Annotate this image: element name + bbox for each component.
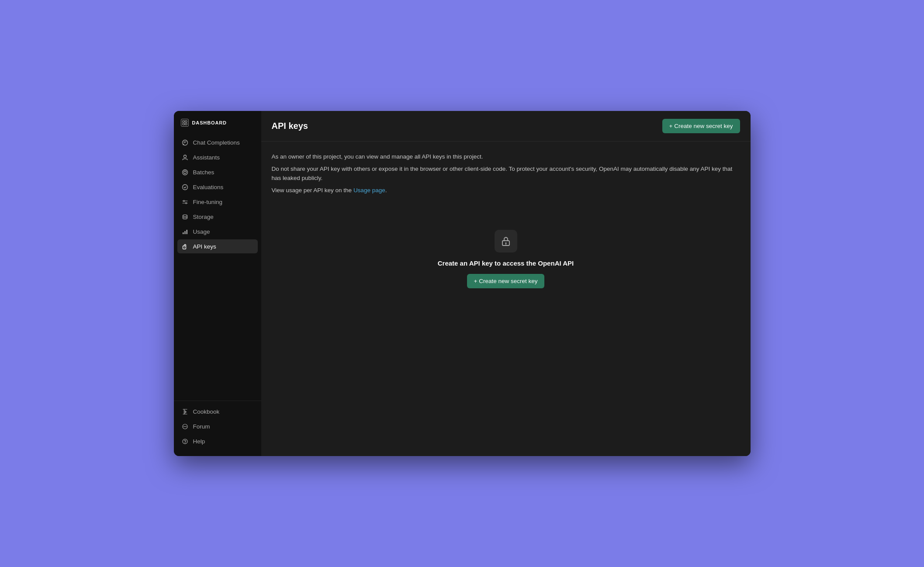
svg-point-8	[183, 184, 188, 190]
description-usage-suffix: .	[385, 187, 387, 194]
svg-point-16	[184, 247, 185, 248]
empty-state-title: Create an API key to access the OpenAI A…	[438, 259, 574, 267]
sidebar-item-assistants[interactable]: Assistants	[177, 150, 258, 164]
description-usage: View usage per API key on the Usage page…	[272, 186, 740, 195]
storage-icon	[182, 213, 189, 220]
page-title: API keys	[272, 121, 308, 131]
sidebar-header-label: DASHBOARD	[192, 120, 227, 125]
svg-point-17	[183, 426, 184, 427]
sidebar-item-storage[interactable]: Storage	[177, 210, 258, 224]
sidebar-item-label: Help	[193, 438, 205, 445]
app-window: DASHBOARD Chat Completions	[174, 111, 751, 456]
sidebar-item-batches[interactable]: Batches	[177, 165, 258, 179]
sidebar-item-label: Usage	[193, 228, 210, 235]
lock-icon-container	[495, 230, 517, 252]
description-owner: As an owner of this project, you can vie…	[272, 152, 740, 162]
sidebar-item-label: Batches	[193, 169, 215, 176]
evaluations-icon	[182, 183, 189, 190]
batches-icon	[182, 169, 189, 176]
sidebar-item-label: Fine-tuning	[193, 199, 223, 205]
create-secret-key-button-header[interactable]: + Create new secret key	[662, 119, 740, 133]
help-icon	[182, 438, 189, 445]
main-content: API keys + Create new secret key As an o…	[261, 111, 751, 456]
svg-point-10	[186, 202, 187, 204]
sidebar-item-label: Cookbook	[193, 408, 220, 415]
assistants-icon	[182, 154, 189, 161]
create-secret-key-button-empty-state[interactable]: + Create new secret key	[467, 274, 545, 288]
sidebar-item-chat-completions[interactable]: Chat Completions	[177, 135, 258, 149]
svg-point-9	[183, 200, 185, 201]
svg-point-5	[184, 155, 187, 158]
svg-point-7	[184, 171, 187, 173]
cookbook-icon	[182, 408, 189, 415]
forum-icon	[182, 423, 189, 430]
svg-point-18	[185, 426, 186, 427]
usage-icon	[182, 228, 189, 235]
svg-rect-1	[185, 121, 187, 122]
svg-rect-3	[185, 123, 187, 125]
fine-tuning-icon	[182, 198, 189, 205]
sidebar: DASHBOARD Chat Completions	[174, 111, 261, 456]
svg-point-19	[186, 426, 187, 427]
svg-point-6	[183, 169, 188, 175]
svg-point-11	[183, 214, 187, 216]
empty-state: Create an API key to access the OpenAI A…	[272, 230, 740, 288]
dashboard-icon	[181, 119, 189, 127]
sidebar-item-label: Assistants	[193, 154, 220, 161]
sidebar-item-label: Forum	[193, 423, 210, 430]
sidebar-item-label: Chat Completions	[193, 139, 240, 146]
sidebar-item-label: Evaluations	[193, 184, 224, 190]
main-header: API keys + Create new secret key	[261, 111, 751, 142]
sidebar-footer: Cookbook Forum	[174, 401, 261, 456]
sidebar-item-cookbook[interactable]: Cookbook	[177, 405, 258, 418]
main-body: As an owner of this project, you can vie…	[261, 142, 751, 456]
sidebar-item-fine-tuning[interactable]: Fine-tuning	[177, 195, 258, 209]
sidebar-item-label: Storage	[193, 214, 214, 220]
sidebar-item-forum[interactable]: Forum	[177, 419, 258, 433]
chat-icon	[182, 139, 189, 146]
sidebar-item-usage[interactable]: Usage	[177, 225, 258, 239]
description-warning: Do not share your API key with others or…	[272, 164, 740, 183]
sidebar-header: DASHBOARD	[174, 111, 261, 134]
sidebar-item-label: API keys	[193, 243, 216, 250]
description-usage-prefix: View usage per API key on the	[272, 187, 353, 194]
svg-rect-13	[184, 231, 186, 234]
sidebar-item-help[interactable]: Help	[177, 434, 258, 448]
svg-rect-14	[187, 230, 188, 234]
sidebar-item-api-keys[interactable]: API keys	[177, 239, 258, 253]
svg-rect-12	[183, 232, 184, 234]
sidebar-nav: Chat Completions Assistants	[174, 134, 261, 401]
lock-icon	[500, 235, 512, 247]
sidebar-item-evaluations[interactable]: Evaluations	[177, 180, 258, 194]
usage-page-link[interactable]: Usage page	[353, 187, 385, 194]
svg-point-22	[185, 443, 185, 443]
svg-rect-0	[183, 121, 184, 122]
svg-rect-2	[183, 123, 184, 125]
api-keys-icon	[182, 243, 189, 250]
